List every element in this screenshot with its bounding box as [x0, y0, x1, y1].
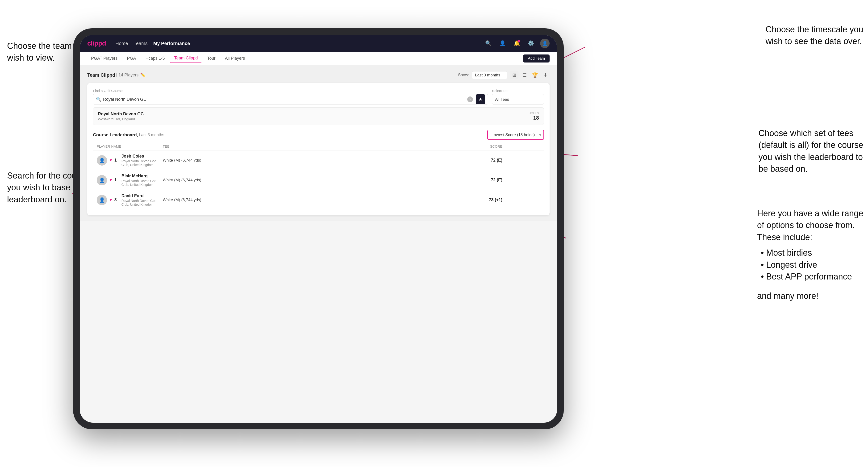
tee-select[interactable]: All Tees White (M) Yellow (M) Red (L): [492, 94, 544, 104]
navbar: clippd Home Teams My Performance 🔍 👤 🔔 ⚙…: [80, 35, 557, 52]
team-header: Team Clippd | 14 Players ✏️ Show: Last 3…: [87, 71, 550, 79]
main-content: Team Clippd | 14 Players ✏️ Show: Last 3…: [80, 65, 557, 221]
search-row: Find a Golf Course 🔍 × ★ Select Tee: [93, 89, 544, 104]
tab-team-clippd[interactable]: Team Clippd: [170, 54, 202, 63]
score-cell-2: 72 (E): [451, 178, 502, 183]
view-icons: ⊞ ☰ 🏆 ⬇: [510, 71, 550, 79]
player-name-1: Josh Coles: [121, 154, 163, 159]
holes-value: 18: [529, 115, 539, 121]
settings-icon-btn[interactable]: ⚙️: [526, 39, 535, 48]
notification-badge: [518, 40, 520, 42]
table-header: PLAYER NAME TEE SCORE: [93, 143, 544, 150]
annotation-timescale: Choose the timescale you wish to see the…: [766, 24, 863, 48]
score-cell-3: 73 (+1): [451, 197, 502, 203]
avatar-btn[interactable]: 👤: [540, 39, 550, 48]
player-club-3: Royal North Devon Golf Club, United King…: [121, 199, 163, 206]
tee-cell-3: White (M) (6,744 yds): [163, 198, 451, 203]
player-avatar-2: 👤: [97, 175, 107, 185]
tee-cell-1: White (M) (6,744 yds): [163, 158, 451, 163]
course-location: Westward Ho!, England: [98, 117, 529, 121]
player-club-1: Royal North Devon Golf Club, United King…: [121, 159, 163, 167]
show-label: Show:: [458, 73, 469, 77]
show-controls: Show: Last 3 months Last month Last 6 mo…: [458, 71, 550, 79]
holes-badge: Holes 18: [529, 111, 539, 121]
logo: clippd: [87, 40, 106, 47]
col-score: SCORE: [451, 145, 502, 148]
tee-label: Select Tee: [492, 89, 544, 93]
table-row: 👤 ♥ 1 Blair McHarg Royal North Devon Gol…: [93, 170, 544, 190]
course-result: Royal North Devon GC Westward Ho!, Engla…: [93, 107, 544, 125]
annotation-tees: Choose which set of tees (default is all…: [758, 127, 863, 175]
find-course-label: Find a Golf Course: [93, 89, 488, 93]
player-name-2: Blair McHarg: [121, 174, 163, 179]
download-btn[interactable]: ⬇: [541, 71, 550, 79]
course-info: Royal North Devon GC Westward Ho!, Engla…: [98, 112, 529, 121]
search-icon-btn[interactable]: 🔍: [484, 39, 493, 48]
player-details-3: David Ford Royal North Devon Golf Club, …: [121, 193, 163, 206]
timescale-select[interactable]: Last 3 months Last month Last 6 months L…: [472, 71, 507, 79]
edit-icon[interactable]: ✏️: [140, 72, 146, 77]
table-row: 👤 ♥ 3 David Ford Royal North Devon Golf …: [93, 190, 544, 210]
score-type-select[interactable]: Lowest Score (18 holes) Most Birdies Lon…: [487, 130, 544, 140]
rank-2: 1: [115, 178, 119, 183]
search-magnifier-icon: 🔍: [96, 97, 101, 102]
nav-icons: 🔍 👤 🔔 ⚙️ 👤: [484, 39, 550, 48]
col-player-name: PLAYER NAME: [97, 145, 163, 148]
course-search-group: Find a Golf Course 🔍 × ★: [93, 89, 488, 104]
score-select-wrapper: Lowest Score (18 holes) Most Birdies Lon…: [487, 130, 544, 140]
course-search-input[interactable]: [103, 97, 467, 102]
player-details-1: Josh Coles Royal North Devon Golf Club, …: [121, 154, 163, 167]
player-details-2: Blair McHarg Royal North Devon Golf Club…: [121, 174, 163, 187]
player-cell-3: 👤 ♥ 3 David Ford Royal North Devon Golf …: [97, 193, 163, 206]
nav-teams[interactable]: Teams: [134, 41, 148, 46]
leaderboard-title: Course Leaderboard,: [93, 132, 138, 137]
tab-pga[interactable]: PGA: [123, 54, 140, 63]
heart-icon-2[interactable]: ♥: [110, 178, 112, 183]
heart-icon-1[interactable]: ♥: [110, 158, 112, 163]
tee-group: Select Tee All Tees White (M) Yellow (M)…: [492, 89, 544, 104]
trophy-view-btn[interactable]: 🏆: [531, 71, 539, 79]
course-name: Royal North Devon GC: [98, 112, 529, 117]
search-section: Find a Golf Course 🔍 × ★ Select Tee: [93, 89, 544, 125]
nav-links: Home Teams My Performance: [115, 41, 190, 46]
player-cell-1: 👤 ♥ 1 Josh Coles Royal North Devon Golf …: [97, 154, 163, 167]
player-club-2: Royal North Devon Golf Club, United King…: [121, 179, 163, 187]
nav-my-performance[interactable]: My Performance: [153, 41, 190, 46]
grid-view-btn[interactable]: ⊞: [510, 71, 519, 79]
player-cell-2: 👤 ♥ 1 Blair McHarg Royal North Devon Gol…: [97, 174, 163, 187]
search-card: Find a Golf Course 🔍 × ★ Select Tee: [87, 83, 550, 215]
score-cell-1: 72 (E): [451, 158, 502, 163]
add-team-button[interactable]: Add Team: [523, 55, 550, 63]
tab-tour[interactable]: Tour: [203, 54, 219, 63]
nav-home[interactable]: Home: [115, 41, 128, 46]
player-name-3: David Ford: [121, 193, 163, 198]
col-tee: TEE: [163, 145, 451, 148]
tee-cell-2: White (M) (6,744 yds): [163, 178, 451, 183]
heart-icon-3[interactable]: ♥: [110, 197, 112, 203]
player-avatar-3: 👤: [97, 195, 107, 205]
users-icon-btn[interactable]: 👤: [498, 39, 507, 48]
leaderboard-subtitle: Last 3 months: [139, 132, 164, 137]
player-avatar-1: 👤: [97, 155, 107, 165]
tablet-screen: clippd Home Teams My Performance 🔍 👤 🔔 ⚙…: [80, 35, 557, 423]
leaderboard-table: PLAYER NAME TEE SCORE 👤 ♥ 1: [93, 143, 544, 210]
tab-pgat-players[interactable]: PGAT Players: [87, 54, 121, 63]
search-input-wrapper: 🔍 × ★: [93, 94, 488, 104]
star-btn[interactable]: ★: [476, 94, 485, 104]
tablet-frame: clippd Home Teams My Performance 🔍 👤 🔔 ⚙…: [73, 28, 564, 429]
tab-hcaps[interactable]: Hcaps 1-5: [142, 54, 168, 63]
tab-all-players[interactable]: All Players: [221, 54, 249, 63]
rank-3: 3: [115, 197, 119, 203]
rank-1: 1: [115, 158, 119, 163]
search-clear-btn[interactable]: ×: [467, 96, 473, 102]
holes-label: Holes: [529, 111, 539, 115]
list-view-btn[interactable]: ☰: [520, 71, 529, 79]
notifications-icon-btn[interactable]: 🔔: [512, 39, 521, 48]
team-count: | 14 Players: [116, 73, 139, 77]
annotation-options: Here you have a wide range of options to…: [757, 208, 863, 302]
team-name: Team Clippd: [87, 72, 115, 78]
subnav: PGAT Players PGA Hcaps 1-5 Team Clippd T…: [80, 52, 557, 65]
table-row: 👤 ♥ 1 Josh Coles Royal North Devon Golf …: [93, 150, 544, 170]
leaderboard-header: Course Leaderboard, Last 3 months Lowest…: [93, 130, 544, 140]
